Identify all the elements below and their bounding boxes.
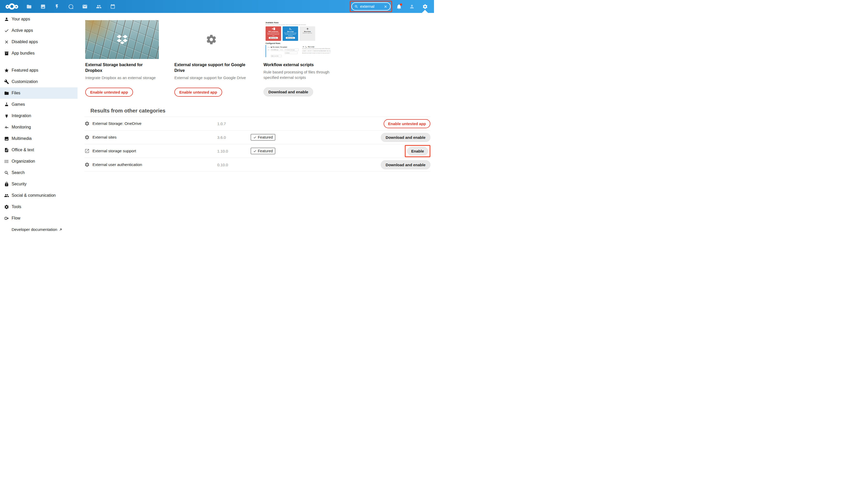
sidebar-item-office-text[interactable]: Office & text: [0, 144, 78, 155]
sidebar-item-your-apps[interactable]: Your apps: [0, 13, 78, 25]
person-icon: [4, 17, 9, 22]
topbar: external: [0, 0, 434, 13]
developer-documentation-link[interactable]: Developer documentation: [0, 224, 78, 235]
gear-icon: [85, 121, 90, 126]
check-icon: [4, 28, 9, 33]
table-row-onedrive: External Storage: OneDrive 1.0.7 Enable …: [85, 117, 430, 131]
app-card-description: Rule based processing of files through s…: [264, 69, 337, 80]
results-heading: Results from other categories: [90, 108, 434, 114]
sidebar-item-social-communication[interactable]: Social & communication: [0, 190, 78, 201]
app-card-title: Workflow external scripts: [264, 62, 337, 68]
archive-icon: [4, 51, 9, 56]
sidebar-item-multimedia[interactable]: Multimedia: [0, 133, 78, 144]
app-card-dropbox: External Storage backend for Dropbox Int…: [85, 20, 159, 97]
sidebar-item-disabled-apps[interactable]: Disabled apps: [0, 36, 78, 48]
files-app-icon[interactable]: [22, 0, 36, 13]
app-name: External storage support: [92, 149, 136, 153]
joystick-icon: [4, 102, 9, 107]
table-row-external-storage-support: External storage support 1.10.0 Featured…: [85, 144, 430, 158]
sidebar-item-monitoring[interactable]: Monitoring: [0, 121, 78, 133]
image-icon: [4, 136, 9, 141]
main-content: External Storage backend for Dropbox Int…: [78, 13, 434, 242]
gear-icon: [4, 204, 9, 209]
sidebar-item-app-bundles[interactable]: App bundles: [0, 48, 78, 59]
enable-untested-app-button[interactable]: Enable untested app: [175, 88, 222, 97]
app-card-description: External storage support for Google Driv…: [175, 75, 248, 80]
enable-untested-app-button[interactable]: Enable untested app: [85, 88, 133, 97]
app-card-description: Integrate Dropbox as an external storage: [85, 75, 159, 80]
sidebar-item-featured-apps[interactable]: Featured apps: [0, 65, 78, 76]
featured-badge: Featured: [251, 148, 275, 154]
contacts-app-icon[interactable]: [92, 0, 106, 13]
external-arrow-icon: [59, 228, 62, 231]
sidebar-item-flow[interactable]: Flow: [0, 212, 78, 224]
preview-flow-run-script: Run script Pass files to external script…: [283, 26, 298, 41]
app-version: 0.10.0: [217, 163, 251, 167]
sidebar: Your apps Active apps Disabled apps App …: [0, 13, 78, 242]
gear-icon: [85, 135, 90, 140]
nextcloud-logo[interactable]: [5, 3, 19, 10]
sidebar-item-active-apps[interactable]: Active apps: [0, 25, 78, 36]
activity-app-icon[interactable]: [50, 0, 64, 13]
annotation-enable-button: Enable: [405, 145, 430, 157]
plus-icon: [306, 27, 309, 30]
contacts-menu-button[interactable]: [407, 0, 417, 13]
plug-icon: [4, 114, 9, 118]
app-card-workflow-scripts: Available flows For details on how to wr…: [264, 20, 337, 97]
dropbox-logo-icon: [116, 34, 128, 45]
talk-app-icon[interactable]: [64, 0, 78, 13]
star-icon: [4, 68, 9, 73]
sidebar-item-customization[interactable]: Customization: [0, 76, 78, 87]
search-input[interactable]: external: [351, 2, 391, 10]
mail-app-icon[interactable]: [78, 0, 92, 13]
gear-icon: [206, 34, 217, 45]
check-icon: [253, 149, 256, 153]
notifications-button[interactable]: [394, 0, 404, 13]
app-version: 1.0.7: [217, 121, 251, 126]
check-icon: [253, 136, 256, 139]
app-name: External sites: [92, 135, 117, 140]
gear-icon: [85, 162, 90, 167]
people-icon: [4, 193, 9, 198]
dropbox-card-image: [85, 20, 159, 59]
google-drive-card-image: [175, 20, 248, 59]
sidebar-item-files[interactable]: Files: [0, 87, 78, 99]
close-icon: [383, 5, 388, 8]
sidebar-item-search[interactable]: Search: [0, 167, 78, 178]
sidebar-item-games[interactable]: Games: [0, 99, 78, 110]
annotation-search-box: external: [350, 1, 392, 12]
download-and-enable-button[interactable]: Download and enable: [381, 133, 430, 142]
enable-button[interactable]: Enable: [407, 147, 428, 155]
close-icon: [4, 39, 9, 45]
clear-search-button[interactable]: [383, 5, 388, 8]
terminal-icon: [305, 46, 307, 48]
app-card-title: External storage support for Google Driv…: [175, 62, 248, 74]
notification-dot: [400, 3, 402, 6]
active-app-caret: [422, 10, 428, 13]
apps-page: external Your apps Active apps Disabled …: [0, 0, 434, 242]
calendar-app-icon[interactable]: [106, 0, 120, 13]
external-link-icon: [85, 148, 90, 153]
sidebar-item-security[interactable]: Security: [0, 178, 78, 190]
photos-app-icon[interactable]: [36, 0, 50, 13]
sidebar-item-integration[interactable]: Integration: [0, 110, 78, 121]
list-icon: [4, 159, 9, 164]
enable-untested-app-button[interactable]: Enable untested app: [383, 119, 430, 128]
table-row-external-user-authentication: External user authentication 0.10.0 Down…: [85, 158, 430, 172]
download-and-enable-button[interactable]: Download and enable: [381, 160, 430, 169]
pdf-conversion-icon: [272, 27, 275, 30]
featured-badge: Featured: [251, 134, 275, 141]
app-card-google-drive: External storage support for Google Driv…: [175, 20, 248, 97]
search-value: external: [360, 4, 374, 9]
sidebar-item-tools[interactable]: Tools: [0, 201, 78, 212]
gear-icon: [423, 4, 428, 9]
document-icon: [4, 148, 9, 152]
folder-icon: [4, 91, 9, 96]
download-and-enable-button[interactable]: Download and enable: [264, 87, 313, 96]
sidebar-item-organization[interactable]: Organization: [0, 155, 78, 167]
person-icon: [409, 4, 414, 9]
arrow-right-icon: [302, 46, 304, 48]
app-version: 1.10.0: [217, 149, 251, 153]
preview-flow-pdf: PDF conversion Convert documents into th…: [266, 26, 281, 41]
terminal-icon: [289, 27, 292, 30]
